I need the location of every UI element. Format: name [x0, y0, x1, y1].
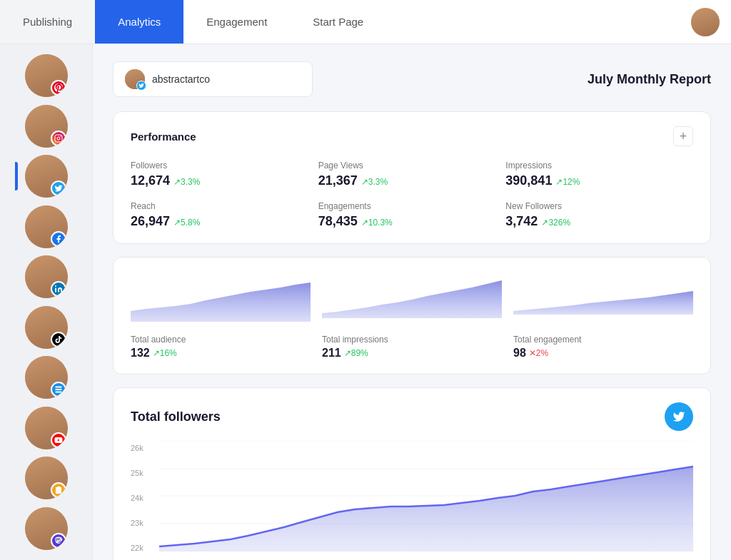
svg-point-2 [60, 136, 61, 137]
total-impressions-value: 211 ↗89% [322, 347, 502, 360]
metric-page-views-change: ↗3.3% [361, 177, 388, 187]
metric-page-views-value: 21,367 ↗3.3% [318, 173, 506, 188]
main-content: abstractartco July Monthly Report Perfor… [93, 44, 731, 560]
performance-header: Performance + [131, 126, 693, 146]
metric-impressions-label: Impressions [505, 161, 693, 170]
tab-start-page[interactable]: Start Page [290, 0, 386, 44]
avatar-pinterest [25, 54, 68, 97]
metric-reach-label: Reach [131, 201, 318, 211]
y-label-26k: 26k [131, 444, 156, 452]
total-impressions-label: Total impressions [322, 335, 502, 345]
badge-twitter-icon [51, 180, 66, 196]
metric-new-followers-value: 3,742 ↗326% [505, 214, 693, 229]
metric-followers-label: Followers [131, 161, 318, 170]
sidebar-item-tiktok[interactable] [21, 305, 72, 351]
account-name: abstractartco [152, 73, 210, 85]
y-label-22k: 22k [131, 544, 156, 552]
total-audience-change: ↗16% [153, 348, 177, 358]
total-engagement-change: ✕2% [529, 348, 548, 358]
account-twitter-badge [136, 81, 146, 91]
main-layout: abstractartco July Monthly Report Perfor… [0, 44, 731, 560]
metric-impressions-change: ↗12% [555, 177, 580, 187]
sidebar-item-instagram[interactable] [21, 103, 72, 150]
svg-marker-11 [513, 291, 693, 315]
badge-instagram-icon [51, 131, 66, 146]
metric-followers: Followers 12,674 ↗3.3% [131, 161, 318, 188]
avatar-facebook [25, 205, 68, 248]
svg-marker-9 [131, 282, 311, 322]
total-engagement-value: 98 ✕2% [513, 347, 693, 360]
performance-add-button[interactable]: + [673, 126, 693, 146]
y-label-25k: 25k [131, 469, 156, 477]
sidebar-item-buffer[interactable] [21, 355, 72, 401]
sidebar-item-mastodon[interactable] [21, 506, 72, 552]
y-axis-labels: 26k 25k 24k 23k 22k [131, 441, 156, 555]
y-label-23k: 23k [131, 519, 156, 527]
total-engagement-chart [513, 272, 693, 329]
metric-reach: Reach 26,947 ↗5.8% [131, 201, 318, 229]
sidebar [0, 44, 93, 560]
followers-chart-title: Total followers [131, 409, 221, 424]
metric-engagements-value: 78,435 ↗10.3% [318, 214, 506, 229]
tab-analytics[interactable]: Analytics [95, 0, 183, 44]
followers-chart-area: 26k 25k 24k 23k 22k [131, 441, 693, 555]
metric-followers-change: ↗3.3% [173, 177, 200, 187]
total-impressions-change: ↗89% [344, 348, 368, 358]
avatar-instagram [25, 105, 68, 148]
top-navigation: Publishing Analytics Engagement Start Pa… [0, 0, 731, 44]
metric-impressions-value: 390,841 ↗12% [505, 173, 693, 188]
user-avatar[interactable] [691, 8, 720, 36]
avatar-mastodon [25, 507, 68, 550]
badge-linkedin-icon [51, 281, 66, 297]
metric-reach-change: ↗5.8% [173, 218, 200, 228]
chart-total-audience: Total audience 132 ↗16% [131, 272, 311, 360]
metric-new-followers-label: New Followers [505, 201, 693, 211]
svg-marker-10 [322, 280, 502, 318]
tab-publishing[interactable]: Publishing [0, 0, 95, 44]
avatar-clipboard [25, 457, 68, 499]
performance-title: Performance [131, 131, 196, 143]
svg-rect-5 [55, 389, 61, 390]
svg-rect-8 [57, 487, 60, 488]
total-engagement-label: Total engagement [513, 335, 693, 345]
badge-facebook-icon [51, 231, 66, 247]
metric-followers-value: 12,674 ↗3.3% [131, 173, 318, 188]
badge-clipboard-icon [51, 482, 66, 498]
sidebar-item-youtube[interactable] [21, 405, 72, 452]
total-audience-value: 132 ↗16% [131, 347, 311, 360]
sidebar-item-facebook[interactable] [21, 204, 72, 250]
sidebar-item-twitter[interactable] [21, 153, 72, 200]
account-row: abstractartco July Monthly Report [113, 61, 711, 97]
svg-point-1 [57, 137, 60, 140]
account-selector[interactable]: abstractartco [113, 61, 313, 97]
total-audience-chart [131, 272, 311, 329]
badge-mastodon-icon [51, 533, 66, 549]
metric-impressions: Impressions 390,841 ↗12% [505, 161, 693, 188]
tab-engagement[interactable]: Engagement [183, 0, 290, 44]
twitter-filter-button[interactable] [665, 402, 693, 431]
account-selector-avatar [125, 69, 145, 89]
badge-pinterest-icon [51, 80, 66, 96]
sidebar-item-pinterest[interactable] [21, 53, 72, 99]
svg-rect-4 [55, 387, 61, 388]
followers-chart-svg-container [159, 441, 693, 551]
total-audience-label: Total audience [131, 335, 311, 345]
badge-buffer-icon [51, 382, 66, 397]
metric-new-followers-change: ↗326% [541, 218, 570, 228]
svg-point-3 [55, 285, 56, 287]
badge-tiktok-icon [51, 332, 66, 347]
mini-charts-card: Total audience 132 ↗16% [113, 257, 711, 375]
metric-engagements-change: ↗10.3% [361, 218, 393, 228]
avatar-linkedin [25, 255, 68, 298]
avatar-youtube [25, 407, 68, 449]
svg-rect-6 [55, 392, 61, 393]
sidebar-item-clipboard[interactable] [21, 455, 72, 502]
badge-youtube-icon [51, 432, 66, 448]
metric-page-views-label: Page Views [318, 161, 506, 170]
chart-total-engagement: Total engagement 98 ✕2% [513, 272, 693, 360]
sidebar-item-linkedin[interactable] [21, 254, 72, 300]
metric-reach-value: 26,947 ↗5.8% [131, 214, 318, 229]
metric-new-followers: New Followers 3,742 ↗326% [505, 201, 693, 229]
y-label-24k: 24k [131, 494, 156, 502]
performance-grid: Followers 12,674 ↗3.3% Page Views 21,367… [131, 161, 693, 229]
